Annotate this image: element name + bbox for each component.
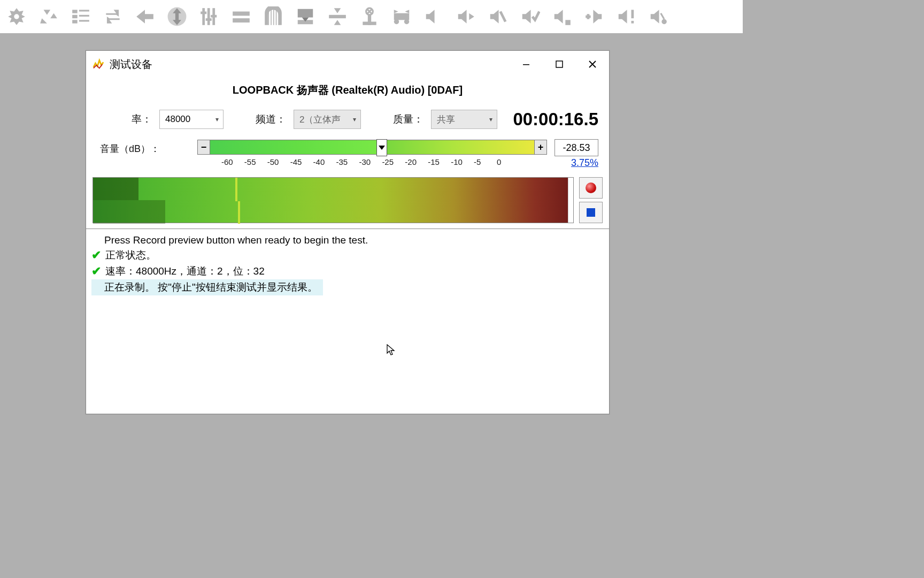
svg-rect-35 (523, 64, 529, 65)
speaker-mute-icon[interactable] (422, 5, 445, 28)
svg-point-29 (394, 19, 399, 25)
rate-value: 48000 (165, 114, 190, 125)
cursor-icon (387, 344, 396, 356)
list-indent-icon[interactable] (70, 5, 92, 28)
db-value-box[interactable]: -28.53 (555, 139, 598, 156)
volume-label: 音量（dB）： (97, 139, 164, 155)
test-device-dialog: 测试设备 LOOPBACK 扬声器 (Realtek(R) Audio) [0D… (86, 50, 610, 414)
stop-icon (587, 208, 595, 217)
close-button[interactable] (576, 51, 609, 78)
recording-timer: 00:00:16.5 (513, 109, 598, 130)
collapse-center-icon[interactable] (326, 5, 349, 28)
speaker-plus-left-icon[interactable] (583, 5, 605, 28)
device-name-label: LOOPBACK 扬声器 (Realtek(R) Audio) [0DAF] (86, 78, 609, 107)
stop-button[interactable] (579, 202, 603, 223)
svg-rect-36 (556, 61, 563, 67)
level-meter (93, 177, 574, 223)
percent-link[interactable]: 3.75% (571, 157, 598, 169)
controls-row: 率： 48000 ▾ 频道： 2（立体声 ▾ 质量： 共享 ▾ 00:00:16… (86, 107, 609, 132)
main-toolbar (0, 0, 743, 33)
log-rate-info: ✔ 速率：48000Hz，通道：2，位：32 (91, 263, 604, 279)
volume-thumb[interactable] (376, 139, 387, 156)
svg-point-1 (14, 14, 19, 19)
dialog-titlebar[interactable]: 测试设备 (86, 51, 609, 78)
svg-rect-7 (79, 20, 89, 21)
volume-track[interactable] (210, 140, 534, 155)
quality-value: 共享 (437, 113, 455, 126)
svg-rect-27 (363, 22, 376, 25)
check-icon: ✔ (91, 264, 103, 278)
speaker-slash-icon[interactable] (487, 5, 509, 28)
log-status-ok: ✔ 正常状态。 (91, 247, 604, 263)
speaker-bar-icon[interactable] (551, 5, 573, 28)
compress-box-icon[interactable] (294, 5, 317, 28)
volume-row: 音量（dB）： − + . -60 -55 -50 -45 -40 -35 -3… (86, 132, 609, 169)
log-area: Press Record preview button when ready t… (86, 229, 609, 414)
svg-rect-9 (202, 8, 205, 25)
svg-rect-6 (79, 15, 89, 17)
quality-select[interactable]: 共享 ▾ (431, 110, 497, 129)
rate-label: 率： (132, 112, 152, 126)
equals-icon[interactable] (230, 5, 252, 28)
svg-rect-19 (273, 8, 274, 25)
svg-point-34 (661, 19, 667, 25)
level-meter-section (93, 177, 603, 223)
channel-label: 频道： (256, 112, 286, 126)
crossed-circle-icon[interactable] (358, 5, 381, 28)
svg-rect-17 (268, 10, 270, 25)
arrow-left-icon[interactable] (134, 5, 156, 28)
recycle-icon[interactable] (37, 5, 60, 28)
svg-rect-3 (72, 15, 78, 18)
svg-rect-20 (276, 8, 277, 25)
svg-rect-14 (211, 15, 217, 18)
gear-icon[interactable] (5, 5, 28, 28)
check-icon: ✔ (91, 248, 103, 262)
svg-rect-4 (72, 20, 78, 23)
chevron-down-icon: ▾ (353, 116, 356, 123)
log-recording: 正在录制。 按"停止"按钮结束测试并显示结果。 (91, 279, 323, 295)
speaker-check-icon[interactable] (519, 5, 541, 28)
dialog-title: 测试设备 (110, 57, 152, 72)
speaker-branch-icon[interactable] (647, 5, 669, 28)
rate-select[interactable]: 48000 ▾ (159, 110, 224, 129)
channel-value: 2（立体声 (299, 113, 341, 126)
svg-rect-10 (207, 8, 210, 25)
svg-rect-28 (394, 13, 410, 20)
svg-rect-15 (233, 12, 250, 16)
cycle-arrows-icon[interactable] (102, 5, 124, 28)
svg-rect-18 (271, 8, 272, 25)
volume-slider[interactable]: − + (197, 139, 547, 155)
minimize-button[interactable] (510, 51, 543, 78)
arrows-vertical-icon[interactable] (166, 5, 188, 28)
record-button[interactable] (579, 177, 603, 199)
volume-minus-button[interactable]: − (197, 140, 210, 155)
svg-rect-32 (632, 10, 634, 18)
volume-plus-button[interactable]: + (534, 140, 547, 155)
maximize-button[interactable] (543, 51, 576, 78)
svg-rect-12 (201, 12, 206, 14)
volume-scale: . -60 -55 -50 -45 -40 -35 -30 -25 -20 -1… (197, 155, 521, 166)
channel-select[interactable]: 2（立体声 ▾ (294, 110, 361, 129)
expand-horizontal-icon[interactable] (390, 5, 413, 28)
log-intro: Press Record preview button when ready t… (91, 233, 604, 247)
app-icon (93, 58, 104, 70)
svg-rect-13 (206, 18, 212, 21)
svg-point-30 (404, 19, 410, 25)
svg-rect-22 (298, 9, 313, 18)
svg-rect-31 (565, 20, 571, 25)
chevron-down-icon: ▾ (489, 116, 492, 123)
svg-rect-24 (329, 15, 346, 18)
svg-rect-5 (79, 10, 89, 11)
svg-rect-2 (72, 10, 78, 13)
svg-rect-33 (632, 21, 634, 24)
svg-rect-21 (279, 10, 280, 25)
chevron-down-icon: ▾ (215, 116, 219, 123)
record-icon (586, 182, 596, 193)
arch-icon[interactable] (262, 5, 284, 28)
quality-label: 质量： (393, 112, 424, 126)
speaker-exclaim-icon[interactable] (615, 5, 637, 28)
sliders-icon[interactable] (198, 5, 220, 28)
svg-rect-16 (233, 18, 250, 22)
speaker-right-icon[interactable] (455, 5, 477, 28)
